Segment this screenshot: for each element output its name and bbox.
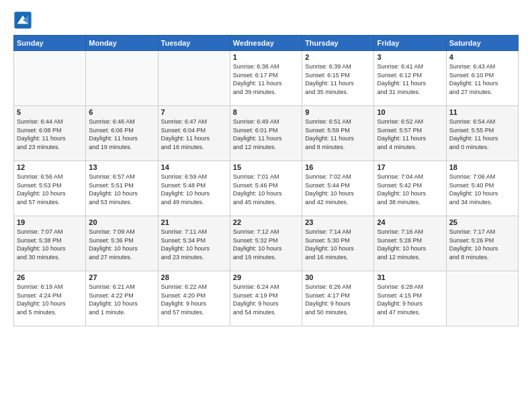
day-number: 3 [377,53,443,61]
day-info: Sunrise: 7:07 AM Sunset: 5:38 PM Dayligh… [17,228,83,261]
calendar-cell: 31Sunrise: 6:28 AM Sunset: 4:15 PM Dayli… [374,271,446,326]
page: SundayMondayTuesdayWednesdayThursdayFrid… [0,0,532,411]
day-info: Sunrise: 6:43 AM Sunset: 6:10 PM Dayligh… [449,62,515,96]
day-info: Sunrise: 6:51 AM Sunset: 5:59 PM Dayligh… [305,118,371,151]
calendar-cell: 29Sunrise: 6:24 AM Sunset: 4:19 PM Dayli… [230,271,302,326]
day-number: 28 [161,273,227,281]
calendar-cell: 16Sunrise: 7:02 AM Sunset: 5:44 PM Dayli… [302,161,374,216]
calendar-cell: 28Sunrise: 6:22 AM Sunset: 4:20 PM Dayli… [158,271,230,326]
day-number: 30 [305,273,371,281]
day-info: Sunrise: 6:22 AM Sunset: 4:20 PM Dayligh… [161,283,227,316]
day-number: 23 [305,218,371,226]
day-info: Sunrise: 7:02 AM Sunset: 5:44 PM Dayligh… [305,173,371,206]
calendar-cell: 5Sunrise: 6:44 AM Sunset: 6:08 PM Daylig… [14,106,86,161]
day-number: 8 [233,108,299,116]
calendar-cell: 11Sunrise: 6:54 AM Sunset: 5:55 PM Dayli… [446,106,518,161]
weekday-header-tuesday: Tuesday [158,36,230,51]
calendar-week-3: 12Sunrise: 6:56 AM Sunset: 5:53 PM Dayli… [14,161,519,216]
calendar-week-1: 1Sunrise: 6:38 AM Sunset: 6:17 PM Daylig… [14,51,519,106]
calendar-cell [446,271,518,326]
day-number: 16 [305,163,371,171]
weekday-header-wednesday: Wednesday [230,36,302,51]
logo-icon [13,11,32,30]
day-number: 20 [89,218,154,226]
calendar-cell: 17Sunrise: 7:04 AM Sunset: 5:42 PM Dayli… [374,161,446,216]
calendar-cell: 8Sunrise: 6:49 AM Sunset: 6:01 PM Daylig… [230,106,302,161]
calendar-cell: 23Sunrise: 7:14 AM Sunset: 5:30 PM Dayli… [302,216,374,271]
weekday-header-sunday: Sunday [14,36,86,51]
weekday-header-saturday: Saturday [446,36,518,51]
day-number: 12 [17,163,83,171]
day-info: Sunrise: 6:44 AM Sunset: 6:08 PM Dayligh… [17,118,83,151]
calendar-cell: 12Sunrise: 6:56 AM Sunset: 5:53 PM Dayli… [14,161,86,216]
day-info: Sunrise: 7:11 AM Sunset: 5:34 PM Dayligh… [161,228,227,261]
calendar-cell: 9Sunrise: 6:51 AM Sunset: 5:59 PM Daylig… [302,106,374,161]
calendar-cell [86,51,158,106]
calendar-cell: 18Sunrise: 7:06 AM Sunset: 5:40 PM Dayli… [446,161,518,216]
calendar-cell: 14Sunrise: 6:59 AM Sunset: 5:48 PM Dayli… [158,161,230,216]
day-number: 9 [305,108,371,116]
day-number: 27 [89,273,154,281]
day-number: 25 [449,218,515,226]
day-number: 4 [449,53,515,61]
day-info: Sunrise: 7:12 AM Sunset: 5:32 PM Dayligh… [233,228,299,261]
calendar-body: 1Sunrise: 6:38 AM Sunset: 6:17 PM Daylig… [14,51,519,326]
day-info: Sunrise: 7:17 AM Sunset: 5:26 PM Dayligh… [449,228,515,261]
calendar-cell: 24Sunrise: 7:16 AM Sunset: 5:28 PM Dayli… [374,216,446,271]
day-number: 7 [161,108,227,116]
day-info: Sunrise: 6:24 AM Sunset: 4:19 PM Dayligh… [233,283,299,316]
calendar-header: SundayMondayTuesdayWednesdayThursdayFrid… [14,36,519,51]
day-info: Sunrise: 6:59 AM Sunset: 5:48 PM Dayligh… [161,173,227,206]
calendar-week-5: 26Sunrise: 6:19 AM Sunset: 4:24 PM Dayli… [14,271,519,326]
day-info: Sunrise: 6:28 AM Sunset: 4:15 PM Dayligh… [377,283,443,316]
calendar-cell: 7Sunrise: 6:47 AM Sunset: 6:04 PM Daylig… [158,106,230,161]
day-info: Sunrise: 6:56 AM Sunset: 5:53 PM Dayligh… [17,173,83,206]
day-number: 1 [233,53,299,61]
calendar-cell: 30Sunrise: 6:26 AM Sunset: 4:17 PM Dayli… [302,271,374,326]
weekday-header-row: SundayMondayTuesdayWednesdayThursdayFrid… [14,36,519,51]
calendar-cell: 21Sunrise: 7:11 AM Sunset: 5:34 PM Dayli… [158,216,230,271]
day-number: 31 [377,273,443,281]
day-info: Sunrise: 6:21 AM Sunset: 4:22 PM Dayligh… [89,283,154,316]
day-number: 15 [233,163,299,171]
day-number: 18 [449,163,515,171]
weekday-header-friday: Friday [374,36,446,51]
calendar-cell: 15Sunrise: 7:01 AM Sunset: 5:46 PM Dayli… [230,161,302,216]
day-number: 6 [89,108,154,116]
day-info: Sunrise: 6:41 AM Sunset: 6:12 PM Dayligh… [377,62,443,96]
day-number: 11 [449,108,515,116]
calendar-cell: 26Sunrise: 6:19 AM Sunset: 4:24 PM Dayli… [14,271,86,326]
day-info: Sunrise: 6:19 AM Sunset: 4:24 PM Dayligh… [17,283,83,316]
day-info: Sunrise: 7:16 AM Sunset: 5:28 PM Dayligh… [377,228,443,261]
calendar-cell: 22Sunrise: 7:12 AM Sunset: 5:32 PM Dayli… [230,216,302,271]
weekday-header-monday: Monday [86,36,158,51]
weekday-header-thursday: Thursday [302,36,374,51]
day-number: 29 [233,273,299,281]
day-info: Sunrise: 6:26 AM Sunset: 4:17 PM Dayligh… [305,283,371,316]
logo [13,11,35,30]
day-number: 13 [89,163,154,171]
calendar-cell: 6Sunrise: 6:46 AM Sunset: 6:06 PM Daylig… [86,106,158,161]
day-info: Sunrise: 6:47 AM Sunset: 6:04 PM Dayligh… [161,118,227,151]
day-info: Sunrise: 6:39 AM Sunset: 6:15 PM Dayligh… [305,62,371,96]
day-number: 17 [377,163,443,171]
header [13,11,519,30]
calendar-cell: 19Sunrise: 7:07 AM Sunset: 5:38 PM Dayli… [14,216,86,271]
calendar-table: SundayMondayTuesdayWednesdayThursdayFrid… [13,35,519,326]
day-number: 22 [233,218,299,226]
day-info: Sunrise: 6:54 AM Sunset: 5:55 PM Dayligh… [449,118,515,151]
day-info: Sunrise: 7:04 AM Sunset: 5:42 PM Dayligh… [377,173,443,206]
day-number: 24 [377,218,443,226]
calendar-week-4: 19Sunrise: 7:07 AM Sunset: 5:38 PM Dayli… [14,216,519,271]
day-info: Sunrise: 6:52 AM Sunset: 5:57 PM Dayligh… [377,118,443,151]
calendar-cell: 2Sunrise: 6:39 AM Sunset: 6:15 PM Daylig… [302,51,374,106]
day-number: 5 [17,108,83,116]
day-number: 21 [161,218,227,226]
day-info: Sunrise: 7:06 AM Sunset: 5:40 PM Dayligh… [449,173,515,206]
calendar-cell: 10Sunrise: 6:52 AM Sunset: 5:57 PM Dayli… [374,106,446,161]
calendar-cell: 25Sunrise: 7:17 AM Sunset: 5:26 PM Dayli… [446,216,518,271]
calendar-cell: 27Sunrise: 6:21 AM Sunset: 4:22 PM Dayli… [86,271,158,326]
day-number: 10 [377,108,443,116]
day-info: Sunrise: 6:38 AM Sunset: 6:17 PM Dayligh… [233,62,299,96]
day-number: 26 [17,273,83,281]
